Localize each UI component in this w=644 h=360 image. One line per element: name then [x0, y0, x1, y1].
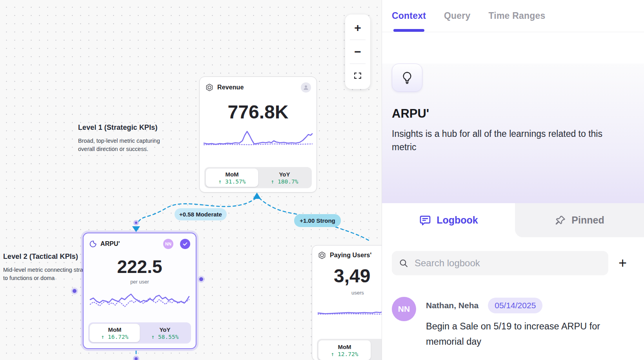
- yoy-value: ↑ 58.55%: [151, 334, 179, 340]
- fit-view-button[interactable]: [345, 65, 370, 86]
- annotation-level-1: Level 1 (Strategic KPIs) Broad, top-leve…: [78, 124, 169, 153]
- correlation-label-moderate[interactable]: +0.58 Moderate: [175, 208, 227, 220]
- metric-card-arpu[interactable]: ARPU' NN 222.5 per user MoM ↑ 16.72% YoY: [83, 233, 196, 349]
- app-window: +0.58 Moderate +1.00 Strong Level 1 (Str…: [0, 0, 644, 360]
- entry-author: Nathan, Neha: [426, 301, 478, 310]
- moon-icon: [89, 240, 97, 248]
- logbook-content: + NN Nathan, Neha 05/14/2025 Begin a Sal…: [382, 237, 644, 349]
- arrowhead-into-revenue: [253, 193, 261, 199]
- tab-logbook-label: Logbook: [437, 215, 478, 226]
- sparkline: [203, 129, 313, 149]
- mom-toggle[interactable]: MoM ↑ 12.72%: [318, 340, 371, 360]
- annotation-title: Level 2 (Tactical KPIs): [3, 253, 95, 261]
- fullscreen-icon: [353, 71, 362, 80]
- entry-avatar: NN: [392, 297, 416, 321]
- divider: [350, 40, 366, 40]
- sidebar-tab-bar: Context Query Time Ranges: [382, 0, 644, 32]
- card-title: ARPU': [100, 240, 160, 247]
- zoom-out-button[interactable]: −: [345, 42, 370, 62]
- kpi-canvas[interactable]: +0.58 Moderate +1.00 Strong Level 1 (Str…: [0, 0, 382, 360]
- hexagon-icon: [205, 83, 214, 92]
- sparkline: [89, 289, 190, 312]
- tab-query[interactable]: Query: [444, 0, 470, 32]
- insight-icon-card: [392, 64, 422, 92]
- metric-name: ARPU': [392, 107, 634, 121]
- entry-text: Begin a Sale on 5/19 to increase ARPU fo…: [426, 319, 622, 349]
- metric-unit: per user: [84, 279, 196, 285]
- tab-pinned-label: Pinned: [571, 215, 604, 226]
- mom-value: ↑ 16.72%: [101, 334, 129, 340]
- mom-label: MoM: [338, 344, 351, 350]
- context-sidebar: Context Query Time Ranges ARPU' Insights…: [382, 0, 644, 360]
- verified-badge-icon[interactable]: [180, 239, 190, 249]
- yoy-value: ↑ 180.7%: [271, 178, 298, 185]
- period-toggle: MoM ↑ 31.57% YoY ↑ 180.7%: [204, 167, 312, 188]
- logbook-search[interactable]: [392, 251, 608, 275]
- zoom-in-button[interactable]: +: [345, 18, 370, 38]
- hexagon-icon: [318, 251, 326, 260]
- yoy-toggle[interactable]: YoY ↑ 58.55%: [140, 324, 190, 342]
- search-icon: [399, 258, 408, 268]
- handle-arpu-top: [134, 221, 138, 225]
- handle-arpu-right[interactable]: [199, 277, 203, 281]
- period-toggle: MoM ↑ 16.72% YoY ↑ 58.55%: [88, 322, 191, 344]
- annotation-body: Broad, top-level metric capturing overal…: [78, 137, 169, 153]
- mom-label: MoM: [108, 326, 121, 333]
- metric-description: Insights is a hub for all of the learnin…: [392, 127, 617, 154]
- metric-value: 776.8K: [200, 101, 317, 123]
- handle-arpu-left[interactable]: [73, 289, 76, 293]
- metric-card-revenue[interactable]: Revenue 776.8K MoM ↑ 31.57% YoY: [199, 76, 317, 193]
- yoy-label: YoY: [159, 326, 170, 333]
- metric-value: 222.5: [84, 256, 196, 277]
- yoy-label: YoY: [279, 171, 290, 178]
- pin-icon: [555, 215, 566, 226]
- handle-arpu-bottom-end: [134, 356, 138, 360]
- mom-value: ↑ 12.72%: [331, 351, 358, 357]
- mom-toggle[interactable]: MoM ↑ 31.57%: [206, 168, 258, 187]
- metric-hero: ARPU' Insights is a hub for all of the l…: [382, 64, 644, 203]
- logbook-entry[interactable]: NN Nathan, Neha 05/14/2025 Begin a Sale …: [392, 297, 634, 349]
- tab-time-ranges[interactable]: Time Ranges: [489, 0, 546, 32]
- tab-pinned[interactable]: Pinned: [515, 203, 644, 237]
- card-title: Revenue: [217, 84, 297, 91]
- mom-label: MoM: [225, 171, 238, 178]
- tab-logbook[interactable]: Logbook: [382, 203, 515, 237]
- lightbulb-icon: [400, 71, 414, 85]
- mom-toggle[interactable]: MoM ↑ 16.72%: [89, 324, 140, 342]
- yoy-toggle[interactable]: YoY ↑ 180.7%: [258, 168, 311, 187]
- add-entry-button[interactable]: +: [619, 256, 627, 270]
- owner-avatar-icon[interactable]: [301, 82, 311, 93]
- logbook-tab-bar: Logbook Pinned: [382, 203, 644, 237]
- divider: [350, 64, 366, 64]
- annotation-level-2: Level 2 (Tactical KPIs) Mid-level metric…: [3, 253, 95, 282]
- mom-value: ↑ 31.57%: [218, 178, 246, 185]
- assignee-avatar[interactable]: NN: [163, 239, 173, 249]
- logbook-icon: [419, 214, 431, 227]
- tab-context[interactable]: Context: [392, 0, 426, 32]
- canvas-zoom-controls: + −: [345, 15, 370, 89]
- arrowhead-into-arpu: [132, 226, 140, 232]
- entry-date-badge: 05/14/2025: [488, 298, 542, 313]
- annotation-body: Mid-level metric connecting strategy to …: [3, 266, 95, 282]
- annotation-title: Level 1 (Strategic KPIs): [78, 124, 169, 132]
- correlation-label-strong[interactable]: +1.00 Strong: [294, 214, 341, 227]
- search-input[interactable]: [415, 258, 601, 269]
